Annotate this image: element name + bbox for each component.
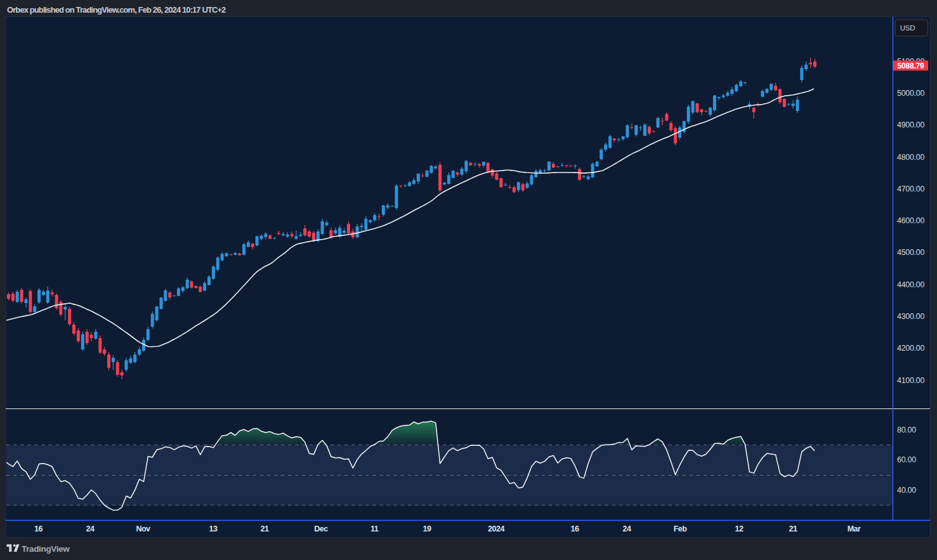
svg-text:Feb: Feb bbox=[674, 524, 688, 533]
svg-text:2024: 2024 bbox=[488, 524, 504, 533]
svg-text:4600.00: 4600.00 bbox=[897, 216, 924, 225]
svg-text:4900.00: 4900.00 bbox=[897, 120, 924, 129]
svg-text:4700.00: 4700.00 bbox=[897, 185, 924, 193]
svg-text:13: 13 bbox=[209, 524, 218, 533]
svg-text:Mar: Mar bbox=[848, 524, 861, 533]
svg-text:4200.00: 4200.00 bbox=[897, 344, 924, 353]
svg-text:4500.00: 4500.00 bbox=[897, 248, 924, 257]
svg-text:USD: USD bbox=[900, 24, 915, 32]
svg-text:21: 21 bbox=[789, 524, 797, 533]
svg-text:TradingView: TradingView bbox=[22, 544, 70, 554]
svg-text:Nov: Nov bbox=[136, 524, 150, 533]
svg-text:16: 16 bbox=[571, 524, 579, 533]
svg-text:16: 16 bbox=[34, 524, 43, 533]
svg-text:4800.00: 4800.00 bbox=[897, 153, 924, 162]
svg-text:80.00: 80.00 bbox=[897, 426, 916, 434]
svg-text:5088.79: 5088.79 bbox=[898, 62, 925, 70]
svg-text:4300.00: 4300.00 bbox=[897, 312, 924, 321]
svg-text:4400.00: 4400.00 bbox=[897, 280, 924, 289]
svg-text:60.00: 60.00 bbox=[897, 455, 916, 464]
svg-text:12: 12 bbox=[735, 524, 744, 533]
svg-text:Orbex published on TradingView: Orbex published on TradingView.com, Feb … bbox=[7, 5, 226, 15]
svg-text:11: 11 bbox=[370, 524, 379, 533]
svg-text:40.00: 40.00 bbox=[897, 486, 916, 495]
svg-text:4100.00: 4100.00 bbox=[897, 376, 924, 385]
svg-text:24: 24 bbox=[86, 524, 95, 533]
svg-text:24: 24 bbox=[623, 524, 631, 533]
svg-text:19: 19 bbox=[423, 524, 431, 533]
svg-text:21: 21 bbox=[261, 524, 269, 533]
svg-text:5000.00: 5000.00 bbox=[897, 89, 924, 98]
svg-text:Dec: Dec bbox=[314, 524, 328, 533]
